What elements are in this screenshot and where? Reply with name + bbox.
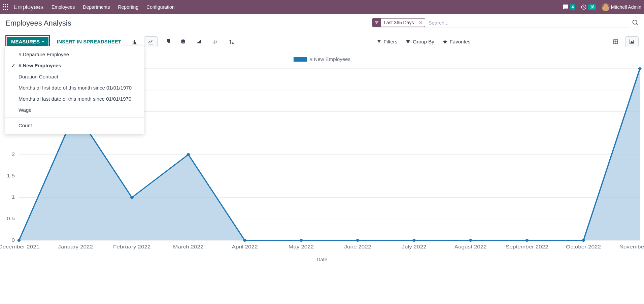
- svg-text:June 2022: June 2022: [344, 244, 371, 249]
- messages-badge: 4: [570, 4, 576, 10]
- nav-employees[interactable]: Employees: [52, 4, 75, 10]
- user-menu[interactable]: Mitchell Admin: [602, 3, 641, 11]
- sort-asc-button[interactable]: [225, 36, 238, 47]
- pie-chart-button[interactable]: [160, 36, 174, 47]
- nav-departments[interactable]: Departments: [83, 4, 110, 10]
- svg-point-22: [130, 196, 134, 199]
- svg-point-26: [356, 239, 360, 242]
- svg-text:November 2022: November 2022: [619, 244, 644, 249]
- chat-icon: [563, 4, 569, 10]
- svg-text:October 2022: October 2022: [566, 244, 601, 249]
- facet-remove-button[interactable]: ✕: [417, 20, 425, 25]
- svg-text:2: 2: [12, 151, 15, 157]
- svg-text:0: 0: [12, 237, 15, 242]
- favorites-button[interactable]: Favorites: [442, 39, 471, 44]
- bar-chart-button[interactable]: [128, 36, 141, 47]
- nav-reporting[interactable]: Reporting: [118, 4, 138, 10]
- svg-point-31: [638, 67, 642, 70]
- funnel-icon: [377, 39, 381, 44]
- search-icon[interactable]: [632, 19, 639, 27]
- username: Mitchell Admin: [611, 4, 641, 10]
- chevron-down-icon: [42, 41, 44, 42]
- activities-badge: 18: [588, 4, 596, 10]
- svg-text:December 2021: December 2021: [0, 244, 39, 249]
- pivot-view-button[interactable]: [609, 36, 622, 47]
- svg-text:September 2022: September 2022: [506, 244, 548, 249]
- messages-button[interactable]: 4: [563, 4, 576, 10]
- app-title[interactable]: Employees: [13, 4, 43, 11]
- divider: [5, 117, 144, 118]
- svg-text:0.5: 0.5: [7, 216, 15, 221]
- layers-icon: [405, 39, 411, 44]
- svg-point-24: [243, 239, 246, 242]
- measure-option[interactable]: Months of last date of this month since …: [5, 93, 144, 104]
- measure-option[interactable]: # Departure Employee: [5, 49, 144, 60]
- svg-point-28: [469, 239, 472, 242]
- breadcrumb: Employees Analysis: [5, 19, 71, 28]
- svg-text:March 2022: March 2022: [173, 244, 204, 249]
- groupby-button[interactable]: Group By: [405, 39, 434, 44]
- svg-point-29: [525, 239, 529, 242]
- graph-view-button[interactable]: [625, 36, 639, 47]
- svg-point-1: [181, 39, 185, 41]
- svg-point-30: [582, 239, 585, 242]
- view-switcher: [609, 36, 639, 47]
- svg-text:January 2022: January 2022: [58, 244, 93, 249]
- nav-configuration[interactable]: Configuration: [146, 4, 174, 10]
- sort-desc-button[interactable]: [209, 36, 222, 47]
- measure-option[interactable]: Wage: [5, 104, 144, 115]
- star-icon: [442, 39, 448, 44]
- topnav: Employees Departments Reporting Configur…: [52, 4, 174, 10]
- filters-button[interactable]: Filters: [377, 39, 397, 44]
- ascending-button[interactable]: [193, 36, 206, 47]
- measure-option[interactable]: Months of first date of this month since…: [5, 82, 144, 93]
- svg-text:February 2022: February 2022: [113, 244, 151, 249]
- measure-option[interactable]: Duration Contract: [5, 71, 144, 82]
- measures-dropdown: # Departure Employee # New Employees Dur…: [5, 46, 144, 134]
- facet-label: Last 365 Days: [381, 20, 417, 25]
- svg-point-27: [412, 239, 416, 242]
- insert-spreadsheet-button[interactable]: INSERT IN SPREADSHEET: [53, 37, 125, 46]
- measure-option[interactable]: # New Employees: [5, 60, 144, 71]
- svg-text:August 2022: August 2022: [454, 244, 487, 249]
- apps-icon[interactable]: [3, 4, 9, 10]
- svg-point-25: [300, 239, 303, 242]
- clock-icon: [581, 4, 587, 10]
- subheader: Employees Analysis Last 365 Days ✕: [0, 14, 644, 32]
- search-input[interactable]: [427, 19, 628, 27]
- svg-text:April 2022: April 2022: [232, 244, 258, 249]
- stacked-button[interactable]: [176, 36, 190, 47]
- avatar: [602, 3, 610, 11]
- search-area: Last 365 Days ✕: [372, 18, 628, 28]
- svg-point-20: [18, 239, 21, 242]
- legend-swatch: [294, 57, 307, 62]
- topbar-right: 4 18 Mitchell Admin: [563, 3, 641, 11]
- svg-text:1.5: 1.5: [7, 173, 15, 178]
- topbar: Employees Employees Departments Reportin…: [0, 0, 644, 14]
- svg-text:July 2022: July 2022: [402, 244, 426, 249]
- activities-button[interactable]: 18: [581, 4, 596, 10]
- svg-text:May 2022: May 2022: [289, 244, 314, 249]
- svg-point-23: [187, 153, 190, 156]
- filter-controls: Filters Group By Favorites: [377, 39, 470, 44]
- measure-count-option[interactable]: Count: [5, 120, 144, 131]
- search-facet: Last 365 Days ✕: [372, 18, 425, 27]
- measures-button[interactable]: MEASURES: [7, 37, 48, 46]
- legend-label: # New Employees: [310, 56, 350, 62]
- line-chart-button[interactable]: [144, 36, 158, 47]
- svg-text:1: 1: [12, 195, 15, 200]
- x-axis-title: Date: [0, 254, 644, 265]
- filter-icon: [372, 18, 381, 27]
